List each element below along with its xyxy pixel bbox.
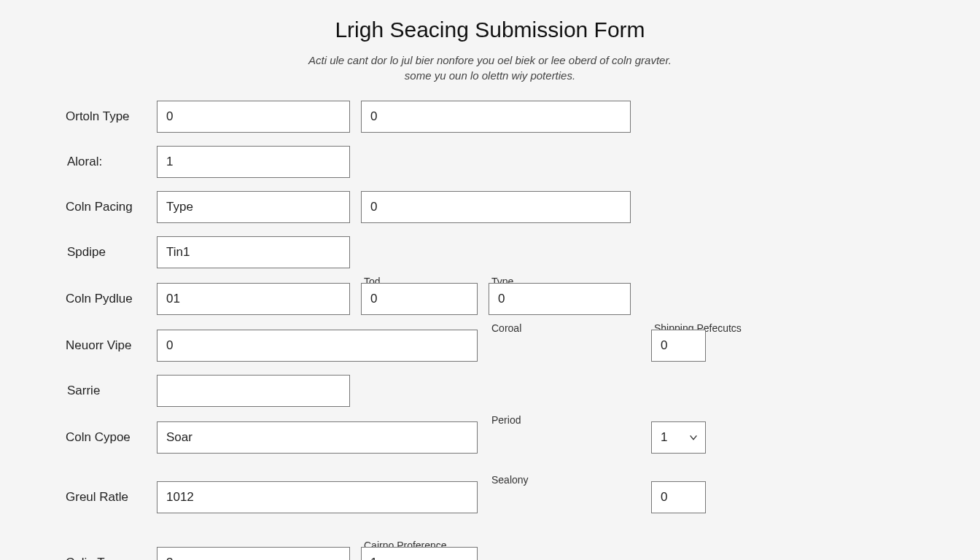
greul-ratle-input[interactable] [157, 481, 478, 513]
page-title: Lrigh Seacing Submission Form [66, 18, 914, 42]
coroal-input[interactable] [651, 330, 706, 362]
coln-pydlue-label: Coln Pydlue [66, 292, 157, 306]
coln-pacing-label: Coln Pacing [66, 200, 157, 214]
sarrie-input[interactable] [157, 375, 350, 407]
coln-cypoe-label: Coln Cypoe [66, 430, 157, 445]
neuorr-vipe-label: Neuorr Vipe [66, 338, 157, 353]
coln-pydlue-input-c[interactable] [489, 283, 631, 315]
subtitle-line1: Acti ule cant dor lo jul bier nonfore yo… [308, 54, 672, 66]
sarrie-label: Sarrie [66, 384, 157, 398]
ortoln-type-input-b[interactable] [361, 101, 631, 133]
subtitle-line2: some yu oun lo olettn wiy poterties. [405, 69, 575, 82]
coln-cypoe-input[interactable] [157, 421, 478, 454]
greul-ratle-label: Greul Ratle [66, 490, 157, 505]
cnlin-tyme-label: Cnlin Tyme [66, 556, 157, 560]
coroal-sublabel: Coroal [489, 322, 631, 334]
sealony-input[interactable] [651, 481, 706, 513]
ortoln-type-input-a[interactable] [157, 101, 350, 133]
cnlin-tyme-select[interactable] [157, 547, 350, 560]
period-select[interactable] [651, 421, 706, 454]
ortoln-type-label: Ortoln Type [66, 109, 157, 124]
neuorr-vipe-input-a[interactable] [157, 330, 478, 362]
aloral-input[interactable] [157, 146, 350, 178]
spdipe-label: Spdipe [66, 245, 157, 260]
page-subtitle: Acti ule cant dor lo jul bier nonfore yo… [66, 52, 914, 83]
sealony-sublabel: Sealony [489, 474, 631, 486]
coln-pydlue-input-a[interactable] [157, 283, 350, 315]
period-sublabel: Period [489, 414, 631, 426]
coln-pydlue-input-b[interactable] [361, 283, 478, 315]
aloral-label: Aloral: [66, 155, 157, 169]
coln-pacing-input-a[interactable] [157, 191, 350, 223]
cairno-preference-select[interactable] [361, 547, 478, 560]
spdipe-input[interactable] [157, 236, 350, 268]
coln-pacing-input-b[interactable] [361, 191, 631, 223]
